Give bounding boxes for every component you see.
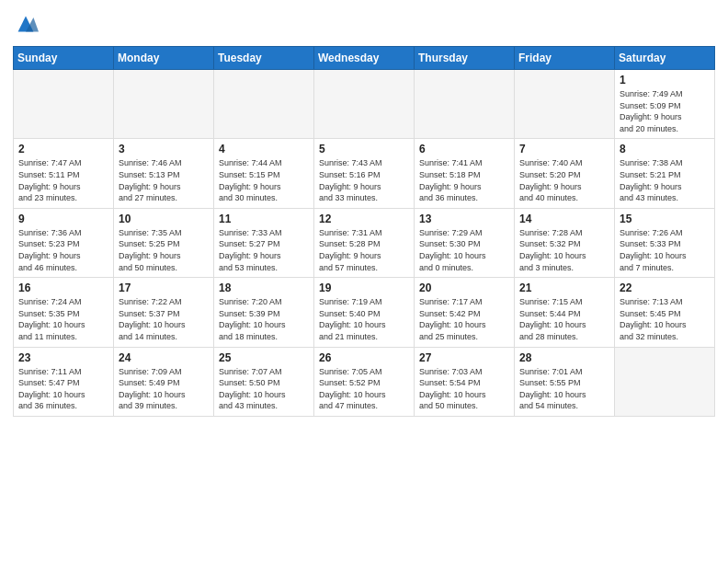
day-number: 7 — [519, 143, 609, 155]
calendar-cell: 18Sunrise: 7:20 AM Sunset: 5:39 PM Dayli… — [214, 278, 314, 347]
day-number: 25 — [219, 351, 309, 364]
day-number: 10 — [119, 213, 209, 225]
day-number: 18 — [219, 282, 309, 294]
day-number: 6 — [419, 143, 509, 155]
calendar-cell: 25Sunrise: 7:07 AM Sunset: 5:50 PM Dayli… — [214, 347, 314, 416]
day-info: Sunrise: 7:09 AM Sunset: 5:49 PM Dayligh… — [119, 366, 209, 412]
calendar-cell: 5Sunrise: 7:43 AM Sunset: 5:16 PM Daylig… — [314, 139, 415, 208]
col-sunday: Sunday — [14, 47, 114, 70]
calendar-cell — [515, 70, 615, 139]
calendar-week-4: 16Sunrise: 7:24 AM Sunset: 5:35 PM Dayli… — [14, 278, 715, 347]
col-thursday: Thursday — [415, 47, 515, 70]
calendar-header-row: Sunday Monday Tuesday Wednesday Thursday… — [14, 47, 715, 70]
day-info: Sunrise: 7:29 AM Sunset: 5:30 PM Dayligh… — [419, 227, 509, 273]
calendar-cell: 8Sunrise: 7:38 AM Sunset: 5:21 PM Daylig… — [615, 139, 715, 208]
day-info: Sunrise: 7:31 AM Sunset: 5:28 PM Dayligh… — [319, 227, 409, 273]
col-friday: Friday — [515, 47, 615, 70]
day-number: 9 — [18, 213, 108, 225]
day-number: 26 — [319, 351, 409, 364]
day-info: Sunrise: 7:17 AM Sunset: 5:42 PM Dayligh… — [419, 296, 509, 342]
day-number: 8 — [620, 143, 710, 155]
calendar-cell: 4Sunrise: 7:44 AM Sunset: 5:15 PM Daylig… — [214, 139, 314, 208]
calendar-week-2: 2Sunrise: 7:47 AM Sunset: 5:11 PM Daylig… — [14, 139, 715, 208]
day-number: 24 — [119, 351, 209, 364]
header — [13, 9, 715, 40]
day-info: Sunrise: 7:20 AM Sunset: 5:39 PM Dayligh… — [219, 296, 309, 342]
calendar-cell: 1Sunrise: 7:49 AM Sunset: 5:09 PM Daylig… — [615, 70, 715, 139]
calendar-cell: 24Sunrise: 7:09 AM Sunset: 5:49 PM Dayli… — [114, 347, 214, 416]
day-number: 28 — [519, 351, 609, 364]
calendar-cell: 10Sunrise: 7:35 AM Sunset: 5:25 PM Dayli… — [114, 208, 214, 277]
calendar-cell: 27Sunrise: 7:03 AM Sunset: 5:54 PM Dayli… — [415, 347, 515, 416]
calendar-cell: 23Sunrise: 7:11 AM Sunset: 5:47 PM Dayli… — [14, 347, 114, 416]
day-info: Sunrise: 7:07 AM Sunset: 5:50 PM Dayligh… — [219, 366, 309, 412]
day-info: Sunrise: 7:41 AM Sunset: 5:18 PM Dayligh… — [419, 157, 509, 203]
logo — [13, 9, 40, 40]
calendar-cell: 6Sunrise: 7:41 AM Sunset: 5:18 PM Daylig… — [415, 139, 515, 208]
calendar-cell: 11Sunrise: 7:33 AM Sunset: 5:27 PM Dayli… — [214, 208, 314, 277]
calendar-cell: 21Sunrise: 7:15 AM Sunset: 5:44 PM Dayli… — [515, 278, 615, 347]
day-info: Sunrise: 7:46 AM Sunset: 5:13 PM Dayligh… — [119, 157, 209, 203]
calendar-cell: 3Sunrise: 7:46 AM Sunset: 5:13 PM Daylig… — [114, 139, 214, 208]
day-info: Sunrise: 7:28 AM Sunset: 5:32 PM Dayligh… — [519, 227, 609, 273]
calendar-cell: 16Sunrise: 7:24 AM Sunset: 5:35 PM Dayli… — [14, 278, 114, 347]
day-info: Sunrise: 7:19 AM Sunset: 5:40 PM Dayligh… — [319, 296, 409, 342]
day-number: 27 — [419, 351, 509, 364]
day-number: 20 — [419, 282, 509, 294]
day-number: 22 — [620, 282, 710, 294]
day-number: 21 — [519, 282, 609, 294]
day-number: 13 — [419, 213, 509, 225]
calendar-cell: 12Sunrise: 7:31 AM Sunset: 5:28 PM Dayli… — [314, 208, 415, 277]
day-info: Sunrise: 7:05 AM Sunset: 5:52 PM Dayligh… — [319, 366, 409, 412]
day-number: 4 — [219, 143, 309, 155]
day-info: Sunrise: 7:47 AM Sunset: 5:11 PM Dayligh… — [18, 157, 108, 203]
day-info: Sunrise: 7:43 AM Sunset: 5:16 PM Dayligh… — [319, 157, 409, 203]
day-info: Sunrise: 7:15 AM Sunset: 5:44 PM Dayligh… — [519, 296, 609, 342]
day-number: 1 — [620, 74, 710, 86]
col-monday: Monday — [114, 47, 214, 70]
day-info: Sunrise: 7:40 AM Sunset: 5:20 PM Dayligh… — [519, 157, 609, 203]
calendar-cell — [114, 70, 214, 139]
day-number: 16 — [18, 282, 108, 294]
calendar-cell: 2Sunrise: 7:47 AM Sunset: 5:11 PM Daylig… — [14, 139, 114, 208]
calendar-cell: 19Sunrise: 7:19 AM Sunset: 5:40 PM Dayli… — [314, 278, 415, 347]
day-number: 11 — [219, 213, 309, 225]
logo-icon — [13, 11, 39, 37]
calendar-cell: 22Sunrise: 7:13 AM Sunset: 5:45 PM Dayli… — [615, 278, 715, 347]
calendar-cell: 13Sunrise: 7:29 AM Sunset: 5:30 PM Dayli… — [415, 208, 515, 277]
col-saturday: Saturday — [615, 47, 715, 70]
day-number: 15 — [620, 213, 710, 225]
day-info: Sunrise: 7:49 AM Sunset: 5:09 PM Dayligh… — [620, 88, 710, 134]
calendar-cell — [314, 70, 415, 139]
day-info: Sunrise: 7:26 AM Sunset: 5:33 PM Dayligh… — [620, 227, 710, 273]
calendar-week-5: 23Sunrise: 7:11 AM Sunset: 5:47 PM Dayli… — [14, 347, 715, 416]
calendar-cell: 14Sunrise: 7:28 AM Sunset: 5:32 PM Dayli… — [515, 208, 615, 277]
calendar-cell: 15Sunrise: 7:26 AM Sunset: 5:33 PM Dayli… — [615, 208, 715, 277]
day-number: 14 — [519, 213, 609, 225]
day-info: Sunrise: 7:03 AM Sunset: 5:54 PM Dayligh… — [419, 366, 509, 412]
day-info: Sunrise: 7:38 AM Sunset: 5:21 PM Dayligh… — [620, 157, 710, 203]
day-info: Sunrise: 7:33 AM Sunset: 5:27 PM Dayligh… — [219, 227, 309, 273]
calendar-cell — [415, 70, 515, 139]
calendar-cell: 28Sunrise: 7:01 AM Sunset: 5:55 PM Dayli… — [515, 347, 615, 416]
calendar-cell — [14, 70, 114, 139]
day-number: 19 — [319, 282, 409, 294]
day-info: Sunrise: 7:36 AM Sunset: 5:23 PM Dayligh… — [18, 227, 108, 273]
day-info: Sunrise: 7:24 AM Sunset: 5:35 PM Dayligh… — [18, 296, 108, 342]
calendar-cell: 26Sunrise: 7:05 AM Sunset: 5:52 PM Dayli… — [314, 347, 415, 416]
calendar-cell: 9Sunrise: 7:36 AM Sunset: 5:23 PM Daylig… — [14, 208, 114, 277]
col-wednesday: Wednesday — [314, 47, 415, 70]
calendar-cell — [214, 70, 314, 139]
day-number: 2 — [18, 143, 108, 155]
calendar-week-3: 9Sunrise: 7:36 AM Sunset: 5:23 PM Daylig… — [14, 208, 715, 277]
day-info: Sunrise: 7:01 AM Sunset: 5:55 PM Dayligh… — [519, 366, 609, 412]
day-info: Sunrise: 7:11 AM Sunset: 5:47 PM Dayligh… — [18, 366, 108, 412]
calendar-cell: 7Sunrise: 7:40 AM Sunset: 5:20 PM Daylig… — [515, 139, 615, 208]
day-number: 17 — [119, 282, 209, 294]
day-info: Sunrise: 7:13 AM Sunset: 5:45 PM Dayligh… — [620, 296, 710, 342]
day-number: 12 — [319, 213, 409, 225]
day-info: Sunrise: 7:22 AM Sunset: 5:37 PM Dayligh… — [119, 296, 209, 342]
col-tuesday: Tuesday — [214, 47, 314, 70]
calendar-week-1: 1Sunrise: 7:49 AM Sunset: 5:09 PM Daylig… — [14, 70, 715, 139]
day-info: Sunrise: 7:35 AM Sunset: 5:25 PM Dayligh… — [119, 227, 209, 273]
